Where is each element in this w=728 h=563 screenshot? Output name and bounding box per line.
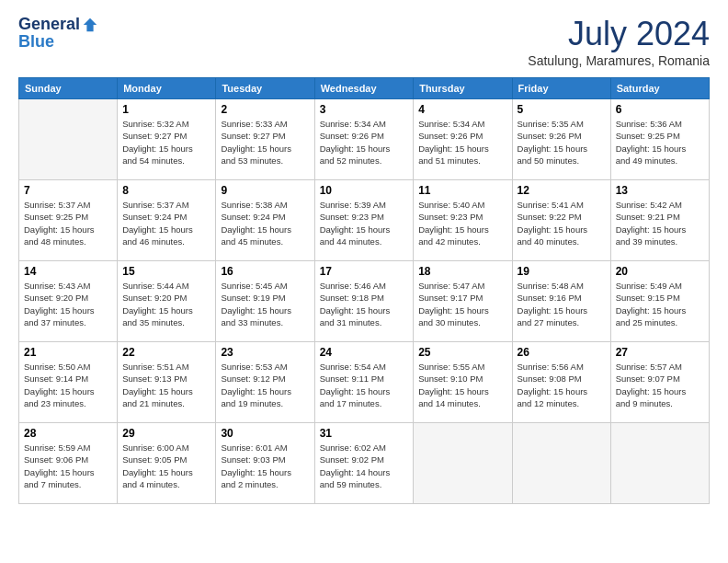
calendar-cell: 5Sunrise: 5:35 AM Sunset: 9:26 PM Daylig… [512,99,610,180]
logo-blue-text: Blue [18,32,54,51]
day-info: Sunrise: 5:34 AM Sunset: 9:26 PM Dayligh… [320,118,409,167]
calendar-cell: 29Sunrise: 6:00 AM Sunset: 9:05 PM Dayli… [118,423,216,504]
day-number: 5 [518,103,606,116]
day-info: Sunrise: 6:02 AM Sunset: 9:02 PM Dayligh… [320,442,409,490]
location: Satulung, Maramures, Romania [528,53,710,68]
day-number: 31 [320,427,409,440]
calendar-week-row: 1Sunrise: 5:32 AM Sunset: 9:27 PM Daylig… [19,99,710,180]
day-info: Sunrise: 5:43 AM Sunset: 9:20 PM Dayligh… [24,280,112,328]
day-number: 4 [418,103,506,116]
calendar-week-row: 28Sunrise: 5:59 AM Sunset: 9:06 PM Dayli… [19,423,710,504]
calendar-cell: 30Sunrise: 6:01 AM Sunset: 9:03 PM Dayli… [216,423,314,504]
day-number: 22 [122,346,210,359]
day-info: Sunrise: 5:57 AM Sunset: 9:07 PM Dayligh… [616,361,704,409]
calendar-cell: 28Sunrise: 5:59 AM Sunset: 9:06 PM Dayli… [19,423,118,504]
calendar-cell [512,423,610,504]
calendar-cell: 8Sunrise: 5:37 AM Sunset: 9:24 PM Daylig… [118,180,216,261]
calendar-cell: 11Sunrise: 5:40 AM Sunset: 9:23 PM Dayli… [414,180,512,261]
calendar-cell: 17Sunrise: 5:46 AM Sunset: 9:18 PM Dayli… [314,261,414,342]
day-number: 27 [616,346,704,359]
calendar-cell: 23Sunrise: 5:53 AM Sunset: 9:12 PM Dayli… [216,342,314,423]
day-number: 28 [24,427,112,440]
calendar-cell [19,99,118,180]
calendar-cell: 3Sunrise: 5:34 AM Sunset: 9:26 PM Daylig… [314,99,414,180]
day-info: Sunrise: 5:33 AM Sunset: 9:27 PM Dayligh… [221,118,309,167]
calendar-week-row: 7Sunrise: 5:37 AM Sunset: 9:25 PM Daylig… [19,180,710,261]
calendar-header-row: SundayMondayTuesdayWednesdayThursdayFrid… [19,78,710,99]
day-number: 12 [518,184,606,197]
calendar-cell: 12Sunrise: 5:41 AM Sunset: 9:22 PM Dayli… [512,180,610,261]
calendar-cell: 9Sunrise: 5:38 AM Sunset: 9:24 PM Daylig… [216,180,314,261]
day-of-week-header: Monday [118,78,216,99]
day-info: Sunrise: 5:38 AM Sunset: 9:24 PM Dayligh… [221,199,309,247]
month-year: July 2024 [528,15,710,53]
day-number: 19 [518,265,606,278]
day-info: Sunrise: 5:54 AM Sunset: 9:11 PM Dayligh… [320,361,409,409]
day-info: Sunrise: 5:56 AM Sunset: 9:08 PM Dayligh… [518,361,606,409]
calendar-cell: 1Sunrise: 5:32 AM Sunset: 9:27 PM Daylig… [118,99,216,180]
day-of-week-header: Thursday [414,78,512,99]
day-number: 8 [122,184,210,197]
day-info: Sunrise: 5:42 AM Sunset: 9:21 PM Dayligh… [616,199,704,247]
calendar-cell: 14Sunrise: 5:43 AM Sunset: 9:20 PM Dayli… [19,261,118,342]
calendar-cell: 25Sunrise: 5:55 AM Sunset: 9:10 PM Dayli… [414,342,512,423]
day-info: Sunrise: 5:32 AM Sunset: 9:27 PM Dayligh… [122,118,210,167]
logo: General Blue [18,15,98,52]
calendar-cell: 19Sunrise: 5:48 AM Sunset: 9:16 PM Dayli… [512,261,610,342]
day-info: Sunrise: 5:34 AM Sunset: 9:26 PM Dayligh… [418,118,506,167]
day-number: 14 [24,265,112,278]
day-of-week-header: Wednesday [314,78,414,99]
day-of-week-header: Friday [512,78,610,99]
day-of-week-header: Saturday [610,78,709,99]
day-info: Sunrise: 5:40 AM Sunset: 9:23 PM Dayligh… [418,199,506,247]
day-info: Sunrise: 6:00 AM Sunset: 9:05 PM Dayligh… [122,442,210,490]
day-number: 29 [122,427,210,440]
calendar-week-row: 14Sunrise: 5:43 AM Sunset: 9:20 PM Dayli… [19,261,710,342]
calendar-cell: 21Sunrise: 5:50 AM Sunset: 9:14 PM Dayli… [19,342,118,423]
day-info: Sunrise: 5:47 AM Sunset: 9:17 PM Dayligh… [418,280,506,328]
calendar-cell: 6Sunrise: 5:36 AM Sunset: 9:25 PM Daylig… [610,99,709,180]
logo-text: General [18,15,98,34]
day-number: 26 [518,346,606,359]
day-number: 23 [221,346,309,359]
calendar-cell: 20Sunrise: 5:49 AM Sunset: 9:15 PM Dayli… [610,261,709,342]
day-of-week-header: Sunday [19,78,118,99]
calendar-cell: 15Sunrise: 5:44 AM Sunset: 9:20 PM Dayli… [118,261,216,342]
day-info: Sunrise: 5:48 AM Sunset: 9:16 PM Dayligh… [518,280,606,328]
day-number: 10 [320,184,409,197]
day-number: 2 [221,103,309,116]
logo-icon [82,17,98,33]
calendar-cell: 2Sunrise: 5:33 AM Sunset: 9:27 PM Daylig… [216,99,314,180]
day-info: Sunrise: 6:01 AM Sunset: 9:03 PM Dayligh… [221,442,309,490]
day-number: 15 [122,265,210,278]
day-info: Sunrise: 5:55 AM Sunset: 9:10 PM Dayligh… [418,361,506,409]
day-number: 24 [320,346,409,359]
calendar-cell: 26Sunrise: 5:56 AM Sunset: 9:08 PM Dayli… [512,342,610,423]
day-info: Sunrise: 5:45 AM Sunset: 9:19 PM Dayligh… [221,280,309,328]
header: General Blue July 2024 Satulung, Maramur… [18,15,710,68]
day-info: Sunrise: 5:50 AM Sunset: 9:14 PM Dayligh… [24,361,112,409]
day-info: Sunrise: 5:39 AM Sunset: 9:23 PM Dayligh… [320,199,409,247]
day-number: 11 [418,184,506,197]
day-number: 17 [320,265,409,278]
svg-marker-0 [84,17,97,30]
calendar-cell: 13Sunrise: 5:42 AM Sunset: 9:21 PM Dayli… [610,180,709,261]
day-number: 18 [418,265,506,278]
calendar-cell: 18Sunrise: 5:47 AM Sunset: 9:17 PM Dayli… [414,261,512,342]
day-number: 7 [24,184,112,197]
day-info: Sunrise: 5:37 AM Sunset: 9:24 PM Dayligh… [122,199,210,247]
calendar-cell: 27Sunrise: 5:57 AM Sunset: 9:07 PM Dayli… [610,342,709,423]
day-info: Sunrise: 5:51 AM Sunset: 9:13 PM Dayligh… [122,361,210,409]
day-number: 3 [320,103,409,116]
day-number: 21 [24,346,112,359]
calendar-cell: 16Sunrise: 5:45 AM Sunset: 9:19 PM Dayli… [216,261,314,342]
day-info: Sunrise: 5:46 AM Sunset: 9:18 PM Dayligh… [320,280,409,328]
calendar-cell: 7Sunrise: 5:37 AM Sunset: 9:25 PM Daylig… [19,180,118,261]
day-info: Sunrise: 5:49 AM Sunset: 9:15 PM Dayligh… [616,280,704,328]
day-number: 9 [221,184,309,197]
day-info: Sunrise: 5:35 AM Sunset: 9:26 PM Dayligh… [518,118,606,167]
day-info: Sunrise: 5:53 AM Sunset: 9:12 PM Dayligh… [221,361,309,409]
calendar-week-row: 21Sunrise: 5:50 AM Sunset: 9:14 PM Dayli… [19,342,710,423]
calendar-cell: 4Sunrise: 5:34 AM Sunset: 9:26 PM Daylig… [414,99,512,180]
day-of-week-header: Tuesday [216,78,314,99]
